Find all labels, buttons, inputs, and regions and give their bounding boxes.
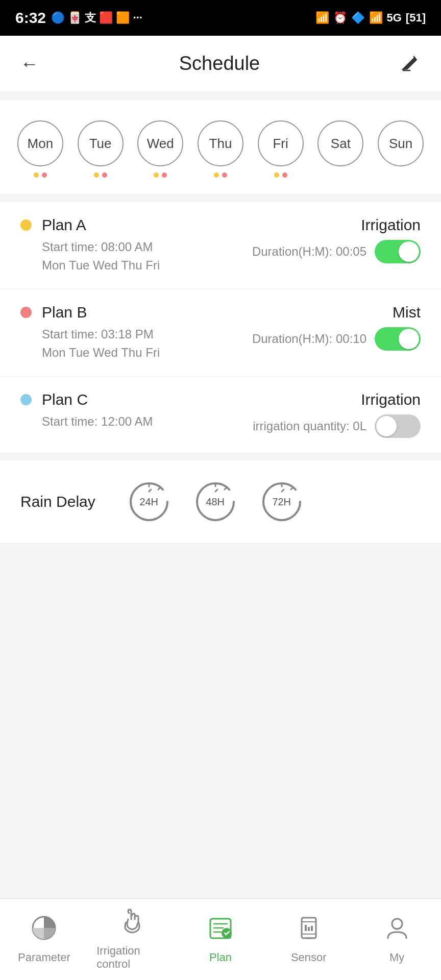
plan-b-toggle[interactable] bbox=[375, 327, 421, 351]
nav-my[interactable]: My bbox=[361, 915, 433, 964]
plan-a-duration: Duration(H:M): 00:05 bbox=[252, 244, 366, 259]
plan-c-duration: irrigation quantity: 0L bbox=[253, 419, 366, 433]
nav-irrigation-label: Irrigation control bbox=[96, 944, 168, 971]
plan-c-left: Plan C Start time: 12:00 AM bbox=[42, 391, 253, 431]
rain-delay-48h-label: 48H bbox=[206, 496, 225, 508]
dot-pink bbox=[42, 173, 47, 178]
dot-pink-tue bbox=[102, 173, 107, 178]
back-button[interactable]: ← bbox=[20, 53, 39, 75]
dot-pink-thu bbox=[222, 173, 227, 178]
plan-b-left: Plan B Start time: 03:18 PM Mon Tue Wed … bbox=[42, 304, 252, 362]
my-icon bbox=[384, 915, 410, 947]
plan-b-type: Mist bbox=[393, 304, 421, 321]
plan-a-dot bbox=[20, 219, 32, 231]
day-mon[interactable]: Mon bbox=[17, 120, 63, 179]
day-sun-circle: Sun bbox=[378, 120, 424, 166]
bottom-nav: Parameter Irrigation control Pl bbox=[0, 898, 441, 980]
dot-yellow bbox=[34, 173, 39, 178]
plan-b-duration: Duration(H:M): 00:10 bbox=[252, 332, 366, 346]
plan-a-start: Start time: 08:00 AM bbox=[42, 238, 252, 256]
status-app-icons: 🔵 🀄 支 🟥 🟧 ··· bbox=[51, 10, 142, 26]
day-selector: Mon Tue Wed Thu Fri Sat bbox=[0, 100, 441, 194]
wifi-icon: 📶 bbox=[369, 11, 383, 24]
plan-row-c[interactable]: Plan C Start time: 12:00 AM Irrigation i… bbox=[0, 377, 441, 452]
nav-my-label: My bbox=[389, 951, 404, 964]
day-sat[interactable]: Sat bbox=[317, 120, 363, 179]
dot-pink-wed bbox=[162, 173, 167, 178]
plan-a-row: Duration(H:M): 00:05 bbox=[252, 240, 421, 263]
svg-rect-16 bbox=[308, 927, 310, 931]
day-thu-circle: Thu bbox=[198, 120, 243, 166]
plan-a-days: Mon Tue Wed Thu Fri bbox=[42, 256, 252, 275]
nfc-icon: 📶 bbox=[315, 11, 329, 24]
header: ← Schedule bbox=[0, 36, 441, 92]
edit-button[interactable] bbox=[400, 52, 421, 76]
plan-a-toggle-thumb bbox=[399, 241, 419, 262]
svg-point-10 bbox=[222, 928, 232, 938]
signal-icon: 5G bbox=[387, 11, 402, 24]
rain-delay-72h-label: 72H bbox=[272, 496, 291, 508]
day-wed-dots bbox=[154, 172, 167, 179]
plan-b-row: Duration(H:M): 00:10 bbox=[252, 327, 421, 351]
day-thu[interactable]: Thu bbox=[198, 120, 243, 179]
status-left: 6:32 🔵 🀄 支 🟥 🟧 ··· bbox=[15, 9, 142, 27]
svg-point-18 bbox=[392, 919, 402, 929]
nav-plan[interactable]: Plan bbox=[185, 915, 256, 964]
dot-yellow-tue bbox=[94, 173, 99, 178]
nav-parameter[interactable]: Parameter bbox=[8, 915, 80, 964]
plan-a-type: Irrigation bbox=[361, 216, 421, 234]
day-mon-dots bbox=[34, 172, 47, 179]
plan-b-start: Start time: 03:18 PM bbox=[42, 325, 252, 344]
plan-c-toggle-thumb bbox=[376, 416, 397, 436]
day-wed[interactable]: Wed bbox=[137, 120, 183, 179]
svg-rect-17 bbox=[311, 926, 313, 931]
plan-a-left: Plan A Start time: 08:00 AM Mon Tue Wed … bbox=[42, 216, 252, 275]
plan-c-row: irrigation quantity: 0L bbox=[253, 414, 421, 438]
day-tue[interactable]: Tue bbox=[78, 120, 124, 179]
plan-c-type: Irrigation bbox=[361, 391, 421, 408]
rain-delay-label: Rain Delay bbox=[20, 493, 95, 510]
page-title: Schedule bbox=[179, 53, 260, 75]
nav-irrigation-control[interactable]: Irrigation control bbox=[96, 908, 168, 971]
plan-row-a[interactable]: Plan A Start time: 08:00 AM Mon Tue Wed … bbox=[0, 202, 441, 289]
plan-c-start: Start time: 12:00 AM bbox=[42, 412, 253, 431]
day-tue-circle: Tue bbox=[78, 120, 124, 166]
plan-b-dot bbox=[20, 307, 32, 318]
dot-yellow-fri bbox=[274, 173, 279, 178]
svg-rect-15 bbox=[305, 925, 307, 931]
nav-sensor[interactable]: Sensor bbox=[273, 915, 345, 964]
day-thu-dots bbox=[214, 172, 227, 179]
day-fri-circle: Fri bbox=[258, 120, 304, 166]
plan-b-right: Mist Duration(H:M): 00:10 bbox=[252, 304, 421, 351]
plan-a-toggle[interactable] bbox=[375, 240, 421, 263]
dot-yellow-thu bbox=[214, 173, 219, 178]
battery-icon: [51] bbox=[406, 11, 426, 24]
nav-sensor-label: Sensor bbox=[291, 951, 327, 964]
parameter-icon bbox=[31, 915, 57, 947]
plan-c-right: Irrigation irrigation quantity: 0L bbox=[253, 391, 421, 438]
day-fri-dots bbox=[274, 172, 287, 179]
rain-delay-buttons: 24H 48H 72H bbox=[126, 479, 305, 525]
plan-c-dot bbox=[20, 394, 32, 405]
day-sat-circle: Sat bbox=[317, 120, 363, 166]
plan-b-toggle-thumb bbox=[399, 329, 419, 349]
plan-c-toggle[interactable] bbox=[375, 414, 421, 438]
plan-a-right: Irrigation Duration(H:M): 00:05 bbox=[252, 216, 421, 263]
day-sun[interactable]: Sun bbox=[378, 120, 424, 179]
plan-b-name: Plan B bbox=[42, 304, 252, 321]
plan-a-name: Plan A bbox=[42, 216, 252, 234]
plan-icon bbox=[207, 915, 234, 947]
alarm-icon: ⏰ bbox=[333, 11, 347, 24]
rain-delay-24h-label: 24H bbox=[139, 496, 158, 508]
dot-pink-fri bbox=[282, 173, 287, 178]
nav-parameter-label: Parameter bbox=[18, 951, 70, 964]
rain-delay-24h[interactable]: 24H bbox=[126, 479, 172, 525]
irrigation-control-icon bbox=[119, 908, 145, 940]
bluetooth-icon: 🔷 bbox=[351, 11, 365, 24]
status-time: 6:32 bbox=[15, 9, 46, 27]
plan-row-b[interactable]: Plan B Start time: 03:18 PM Mon Tue Wed … bbox=[0, 289, 441, 377]
status-right: 📶 ⏰ 🔷 📶 5G [51] bbox=[315, 11, 426, 24]
day-fri[interactable]: Fri bbox=[258, 120, 304, 179]
rain-delay-72h[interactable]: 72H bbox=[259, 479, 305, 525]
rain-delay-48h[interactable]: 48H bbox=[192, 479, 238, 525]
